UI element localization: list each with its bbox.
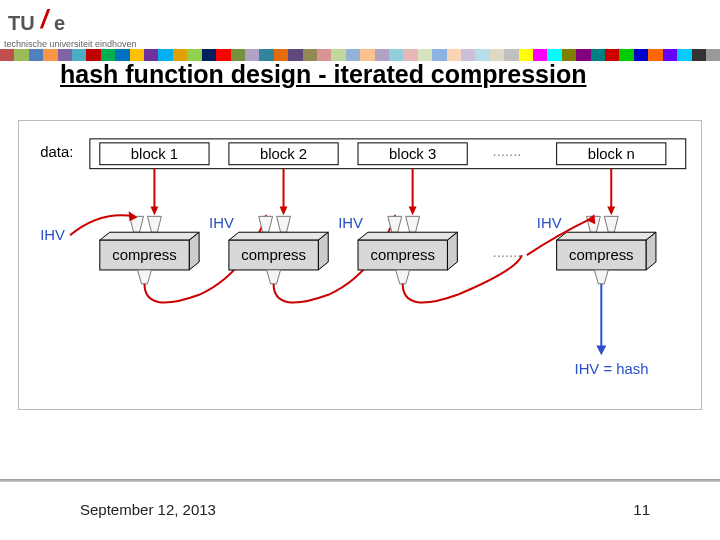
footer-page: 11 (633, 501, 650, 518)
svg-marker-4 (100, 232, 199, 240)
svg-marker-13 (277, 216, 291, 232)
footer-date: September 12, 2013 (80, 501, 216, 518)
svg-marker-7 (138, 270, 152, 284)
ihv-2-label: IHV (338, 215, 363, 231)
logo-slash: / (41, 4, 48, 35)
block-3-label: block 3 (389, 146, 436, 162)
ihv-1-label: IHV (209, 215, 234, 231)
svg-marker-30 (604, 216, 618, 232)
dots-compress: ······· (493, 247, 522, 263)
compress-3-label: compress (370, 247, 434, 263)
logo-tu: TU (8, 12, 35, 35)
dots-blocks: ······· (493, 146, 522, 162)
slide-title: hash function design - iterated compress… (60, 60, 700, 89)
block-n-label: block n (588, 146, 635, 162)
compress-unit-n: compress (527, 169, 656, 356)
svg-marker-11 (280, 206, 288, 215)
logo-e: e (54, 12, 65, 35)
svg-marker-34 (594, 270, 608, 284)
svg-marker-3 (147, 216, 161, 232)
svg-marker-1 (150, 206, 158, 215)
block-1-label: block 1 (131, 146, 178, 162)
diagram-frame: data: block 1 block 2 block 3 ······· bl… (18, 120, 702, 410)
svg-marker-28 (607, 206, 615, 215)
svg-marker-23 (358, 232, 457, 240)
footer-divider (0, 479, 720, 482)
svg-marker-20 (409, 206, 417, 215)
compress-2-label: compress (241, 247, 305, 263)
svg-marker-26 (396, 270, 410, 284)
svg-marker-14 (229, 232, 328, 240)
block-2-label: block 2 (260, 146, 307, 162)
compress-unit-3: compress (358, 169, 522, 303)
data-label: data: (40, 144, 73, 160)
logo-subtitle: technische universiteit eindhoven (4, 39, 720, 49)
compress-n-label: compress (569, 247, 633, 263)
iterated-compression-diagram: data: block 1 block 2 block 3 ······· bl… (19, 121, 701, 409)
compress-1-label: compress (112, 247, 176, 263)
svg-marker-37 (596, 345, 606, 355)
svg-marker-22 (406, 216, 420, 232)
ihv-n-label: IHV (537, 215, 562, 231)
svg-marker-17 (267, 270, 281, 284)
svg-marker-31 (557, 232, 656, 240)
ihv-initial-label: IHV (40, 227, 65, 243)
output-label: IHV = hash (575, 361, 649, 377)
